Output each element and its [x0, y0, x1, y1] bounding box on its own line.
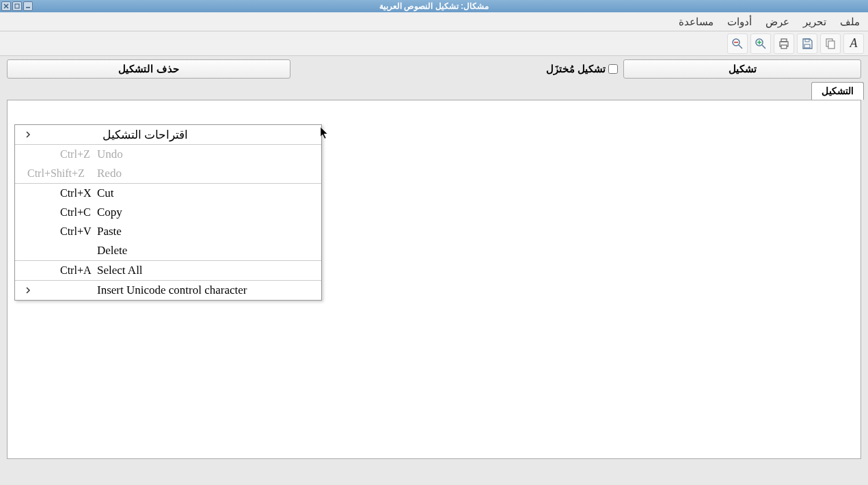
maximize-window-button[interactable]: [12, 1, 22, 11]
ctx-cut-shortcut: Ctrl+X: [60, 187, 91, 199]
ctx-suggestions-label: اقتراحات التشكيل: [34, 128, 314, 142]
reduced-tashkeel-checkbox-wrap[interactable]: تشكيل مُختزَل: [546, 63, 618, 75]
svg-rect-13: [781, 45, 787, 48]
ctx-copy-label: Copy: [97, 206, 122, 219]
toolbar: A: [0, 31, 868, 56]
ctx-delete[interactable]: Delete: [15, 241, 321, 260]
zoom-out-button[interactable]: [727, 33, 748, 54]
menu-help[interactable]: مساعدة: [673, 14, 719, 30]
ctx-undo-label: Undo: [97, 148, 123, 161]
ctx-select-all-label: Select All: [97, 264, 143, 277]
ctx-copy[interactable]: Ctrl+C Copy: [15, 203, 321, 222]
minimize-window-button[interactable]: [23, 1, 33, 11]
menubar: مساعدة أدوات عرض تحرير ملف: [0, 12, 868, 31]
ctx-cut[interactable]: Ctrl+X Cut: [15, 184, 321, 203]
ctx-unicode-label: Insert Unicode control character: [97, 283, 247, 297]
reduced-tashkeel-label: تشكيل مُختزَل: [546, 63, 606, 75]
cursor-icon: [320, 126, 329, 143]
reduced-tashkeel-checkbox[interactable]: [608, 64, 618, 74]
svg-rect-2: [15, 4, 19, 8]
tashkeel-button[interactable]: تشكيل: [623, 59, 861, 79]
font-button[interactable]: A: [843, 33, 864, 54]
ctx-unicode[interactable]: Insert Unicode control character: [15, 281, 321, 300]
tab-tashkeel[interactable]: التشكيل: [811, 82, 864, 100]
ctx-suggestions[interactable]: اقتراحات التشكيل: [15, 125, 321, 144]
ctx-select-all[interactable]: Ctrl+A Select All: [15, 261, 321, 280]
titlebar: مشكال: تشكيل النصوص العربية: [0, 0, 868, 12]
tab-bar: التشكيل: [0, 82, 868, 100]
ctx-paste[interactable]: Ctrl+V Paste: [15, 222, 321, 241]
svg-rect-12: [781, 39, 787, 42]
ctx-cut-label: Cut: [97, 186, 114, 200]
ctx-paste-label: Paste: [97, 225, 122, 238]
action-bar: حذف التشكيل تشكيل مُختزَل تشكيل: [0, 56, 868, 82]
menu-tools[interactable]: أدوات: [722, 14, 757, 30]
context-menu: اقتراحات التشكيل Ctrl+Z Undo Ctrl+Shift+…: [14, 124, 322, 301]
svg-line-5: [739, 45, 742, 48]
chevron-right-icon: [22, 287, 34, 294]
ctx-redo-label: Redo: [97, 167, 122, 180]
zoom-in-button[interactable]: [750, 33, 771, 54]
remove-tashkeel-button[interactable]: حذف التشكيل: [7, 59, 290, 79]
ctx-redo-shortcut: Ctrl+Shift+Z: [27, 167, 85, 180]
chevron-right-icon: [22, 131, 34, 138]
svg-rect-17: [828, 41, 835, 48]
font-icon: A: [850, 36, 858, 51]
ctx-undo-shortcut: Ctrl+Z: [60, 148, 90, 161]
menu-edit[interactable]: تحرير: [798, 14, 832, 30]
copy-button[interactable]: [820, 33, 841, 54]
ctx-delete-label: Delete: [97, 244, 127, 258]
menu-file[interactable]: ملف: [835, 14, 865, 30]
save-button[interactable]: [797, 33, 817, 54]
svg-rect-15: [804, 44, 810, 48]
print-button[interactable]: [774, 33, 794, 54]
svg-line-8: [762, 45, 765, 48]
ctx-undo: Ctrl+Z Undo: [15, 145, 321, 164]
menu-view[interactable]: عرض: [760, 14, 795, 30]
ctx-copy-shortcut: Ctrl+C: [60, 206, 91, 219]
close-window-button[interactable]: [1, 1, 11, 11]
ctx-redo: Ctrl+Shift+Z Redo: [15, 164, 321, 183]
ctx-select-all-shortcut: Ctrl+A: [60, 264, 91, 277]
window-title: مشكال: تشكيل النصوص العربية: [379, 1, 489, 11]
window-controls: [1, 1, 33, 11]
ctx-paste-shortcut: Ctrl+V: [60, 225, 91, 238]
